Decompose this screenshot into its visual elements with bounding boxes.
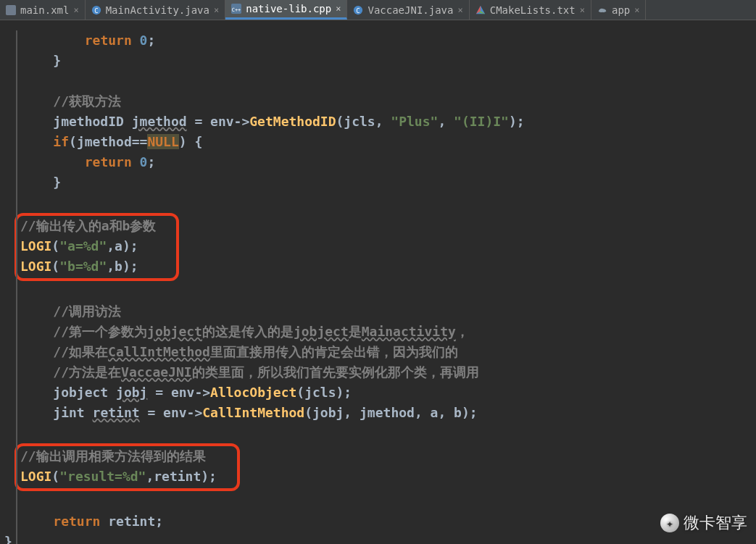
code-line: jint retint = env->CallIntMethod(jobj, j… (0, 403, 756, 423)
code-line (0, 423, 756, 443)
close-icon[interactable]: × (580, 5, 585, 15)
svg-text:C++: C++ (232, 7, 241, 13)
code-line: //第一个参数为jobject的这是传入的是jobject是Mainactivi… (0, 322, 756, 342)
tab-mainactivity[interactable]: C MainActivity.java × (86, 0, 226, 20)
tab-app[interactable]: app × (591, 0, 647, 20)
code-line: return 0; (0, 152, 756, 172)
code-line (0, 193, 756, 213)
tab-vaccaejni[interactable]: C VaccaeJNI.java × (347, 0, 469, 20)
tab-main-xml[interactable]: main.xml × (0, 0, 86, 20)
svg-text:C: C (357, 7, 360, 14)
tab-cmakelists[interactable]: CMakeLists.txt × (470, 0, 591, 20)
code-line: LOGI("a=%d",a); (20, 236, 156, 256)
highlight-box-1: //输出传入的a和b参数 LOGI("a=%d",a); LOGI("b=%d"… (14, 213, 179, 281)
watermark-text: 微卡智享 (684, 512, 747, 534)
code-line: //如果在CallIntMethod里面直接用传入的肯定会出错，因为我们的 (0, 342, 756, 362)
code-line: //输出传入的a和b参数 (20, 216, 156, 236)
code-line: } (0, 532, 756, 544)
tab-label: VaccaeJNI.java (367, 4, 453, 16)
code-line: } (0, 51, 756, 71)
watermark: ✦ 微卡智享 (660, 512, 747, 534)
close-icon[interactable]: × (457, 5, 462, 15)
close-icon[interactable]: × (73, 5, 78, 15)
tab-label: native-lib.cpp (246, 3, 331, 14)
code-line: return retint; (0, 511, 756, 532)
code-line (0, 491, 756, 511)
code-line: jmethodID jmethod = env->GetMethodID(jcl… (0, 112, 756, 132)
tab-label: CMakeLists.txt (490, 4, 576, 16)
xml-icon (6, 5, 16, 15)
code-line: //输出调用相乘方法得到的结果 (20, 446, 217, 466)
code-line (0, 71, 756, 91)
code-editor[interactable]: return 0; } //获取方法 jmethodID jmethod = e… (0, 20, 756, 544)
code-line: LOGI("b=%d",b); (20, 256, 156, 277)
code-line: if(jmethod==NULL) { (0, 132, 756, 152)
highlight-box-2: //输出调用相乘方法得到的结果 LOGI("result=%d",retint)… (14, 443, 240, 491)
fold-gutter (16, 30, 17, 544)
gradle-icon (597, 5, 607, 15)
code-line: //方法是在VaccaeJNI的类里面，所以我们首先要实例化那个类，再调用 (0, 362, 756, 382)
wechat-icon: ✦ (660, 514, 679, 532)
close-icon[interactable]: × (214, 5, 219, 15)
tab-label: app (612, 4, 630, 16)
java-icon: C (91, 5, 101, 15)
code-line: } (0, 172, 756, 193)
code-line: LOGI("result=%d",retint); (20, 466, 217, 487)
editor-tabs: main.xml × C MainActivity.java × C++ nat… (0, 0, 756, 20)
close-icon[interactable]: × (634, 5, 639, 15)
code-line: //获取方法 (0, 91, 756, 112)
svg-rect-0 (6, 5, 16, 15)
code-line: return 0; (0, 30, 756, 51)
code-line: jobject jobj = env->AllocObject(jcls); (0, 382, 756, 403)
tab-label: main.xml (20, 4, 69, 16)
tab-native-lib[interactable]: C++ native-lib.cpp × (225, 0, 347, 20)
close-icon[interactable]: × (336, 4, 341, 14)
tab-label: MainActivity.java (106, 4, 209, 16)
cpp-icon: C++ (231, 4, 241, 14)
java-icon: C (353, 5, 363, 15)
code-line (0, 281, 756, 301)
svg-text:C: C (94, 7, 98, 14)
cmake-icon (475, 5, 486, 15)
code-line: //调用访法 (0, 301, 756, 322)
